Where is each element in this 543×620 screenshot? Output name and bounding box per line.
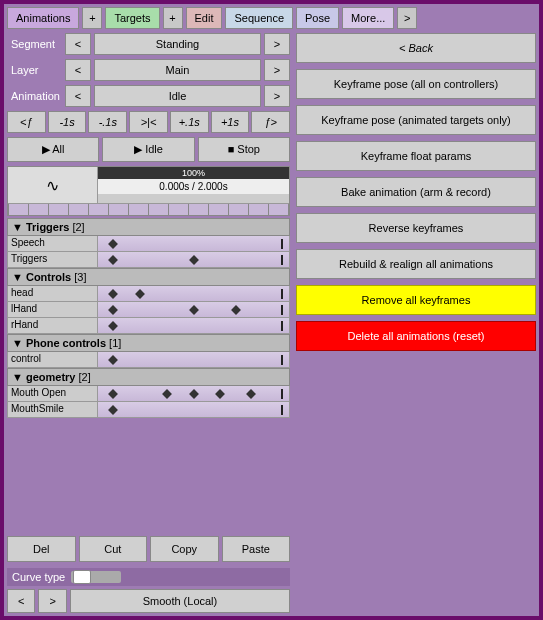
keyframe-icon[interactable] [246, 389, 256, 399]
track-end-icon [281, 321, 283, 331]
track-row[interactable]: Speech [7, 236, 290, 252]
track-row[interactable]: Triggers [7, 252, 290, 268]
tab-pose[interactable]: Pose [296, 7, 339, 29]
tab-edit[interactable]: Edit [186, 7, 223, 29]
section-header-controls[interactable]: ▼ Controls [3] [7, 268, 290, 286]
waveform-icon[interactable]: ∿ [8, 167, 98, 203]
keyframe-float-button[interactable]: Keyframe float params [296, 141, 536, 171]
track-row[interactable]: MouthSmile [7, 402, 290, 418]
track-lane[interactable] [98, 386, 289, 401]
keyframe-icon[interactable] [231, 305, 241, 315]
time-reset-button[interactable]: >|< [129, 111, 168, 133]
track-end-icon [281, 305, 283, 315]
track-row[interactable]: control [7, 352, 290, 368]
track-lane[interactable] [98, 318, 289, 333]
curve-next-button[interactable]: > [38, 589, 66, 613]
segment-next-button[interactable]: > [264, 33, 290, 55]
keyframe-icon[interactable] [135, 289, 145, 299]
track-lane[interactable] [98, 352, 289, 367]
timeline-ruler[interactable] [8, 203, 289, 215]
section-header-geometry[interactable]: ▼ geometry [2] [7, 368, 290, 386]
track-label: MouthSmile [8, 402, 98, 417]
copy-button[interactable]: Copy [150, 536, 219, 562]
tab-targets-plus[interactable]: + [163, 7, 183, 29]
keyframe-icon[interactable] [189, 255, 199, 265]
bake-animation-button[interactable]: Bake animation (arm & record) [296, 177, 536, 207]
tab-sequence[interactable]: Sequence [225, 7, 293, 29]
keyframe-icon[interactable] [108, 405, 118, 415]
tab-more[interactable]: More... [342, 7, 394, 29]
animation-next-button[interactable]: > [264, 85, 290, 107]
tab-animations-plus[interactable]: + [82, 7, 102, 29]
track-end-icon [281, 405, 283, 415]
layer-value-button[interactable]: Main [94, 59, 261, 81]
segment-prev-button[interactable]: < [65, 33, 91, 55]
track-row[interactable]: rHand [7, 318, 290, 334]
keyframe-icon[interactable] [189, 305, 199, 315]
curve-name-button[interactable]: Smooth (Local) [70, 589, 290, 613]
tab-animations[interactable]: Animations [7, 7, 79, 29]
tab-targets[interactable]: Targets [105, 7, 159, 29]
section-header-triggers[interactable]: ▼ Triggers [2] [7, 218, 290, 236]
keyframe-icon[interactable] [108, 355, 118, 365]
track-lane[interactable] [98, 236, 289, 251]
animation-label: Animation [7, 90, 62, 102]
top-tab-bar: Animations + Targets + Edit Sequence Pos… [5, 5, 538, 31]
track-label: rHand [8, 318, 98, 333]
frame-fwd-button[interactable]: ƒ> [251, 111, 290, 133]
stop-button[interactable]: ■ Stop [198, 137, 290, 162]
keyframe-icon[interactable] [108, 255, 118, 265]
curve-slider[interactable] [71, 571, 121, 583]
keyframe-icon[interactable] [108, 321, 118, 331]
animation-prev-button[interactable]: < [65, 85, 91, 107]
keyframe-all-button[interactable]: Keyframe pose (all on controllers) [296, 69, 536, 99]
track-row[interactable]: Mouth Open [7, 386, 290, 402]
play-idle-button[interactable]: ▶ Idle [102, 137, 194, 162]
reverse-keyframes-button[interactable]: Reverse keyframes [296, 213, 536, 243]
keyframe-icon[interactable] [108, 389, 118, 399]
track-end-icon [281, 289, 283, 299]
curve-prev-button[interactable]: < [7, 589, 35, 613]
keyframe-icon[interactable] [108, 239, 118, 249]
back-button[interactable]: < Back [296, 33, 536, 63]
track-end-icon [281, 255, 283, 265]
keyframe-icon[interactable] [215, 389, 225, 399]
layer-next-button[interactable]: > [264, 59, 290, 81]
segment-label: Segment [7, 38, 62, 50]
track-lane[interactable] [98, 286, 289, 301]
tab-next[interactable]: > [397, 7, 417, 29]
rebuild-button[interactable]: Rebuild & realign all animations [296, 249, 536, 279]
section-header-phone[interactable]: ▼ Phone controls [1] [7, 334, 290, 352]
layer-prev-button[interactable]: < [65, 59, 91, 81]
track-label: head [8, 286, 98, 301]
fwd-1s-button[interactable]: +1s [211, 111, 250, 133]
keyframe-icon[interactable] [162, 389, 172, 399]
play-all-button[interactable]: ▶ All [7, 137, 99, 162]
timeline-percent: 100% [98, 167, 289, 179]
timeline-time: 0.000s / 2.000s [98, 179, 289, 194]
track-label: Triggers [8, 252, 98, 267]
cut-button[interactable]: Cut [79, 536, 148, 562]
paste-button[interactable]: Paste [222, 536, 291, 562]
track-end-icon [281, 239, 283, 249]
keyframe-icon[interactable] [108, 289, 118, 299]
track-row[interactable]: lHand [7, 302, 290, 318]
track-row[interactable]: head [7, 286, 290, 302]
back-1s-button[interactable]: -1s [48, 111, 87, 133]
track-lane[interactable] [98, 302, 289, 317]
keyframe-animated-button[interactable]: Keyframe pose (animated targets only) [296, 105, 536, 135]
animation-value-button[interactable]: Idle [94, 85, 261, 107]
del-button[interactable]: Del [7, 536, 76, 562]
segment-value-button[interactable]: Standing [94, 33, 261, 55]
fwd-01s-button[interactable]: +.1s [170, 111, 209, 133]
remove-keyframes-button[interactable]: Remove all keyframes [296, 285, 536, 315]
track-lane[interactable] [98, 252, 289, 267]
track-lane[interactable] [98, 402, 289, 417]
back-01s-button[interactable]: -.1s [88, 111, 127, 133]
layer-label: Layer [7, 64, 62, 76]
delete-animations-button[interactable]: Delete all animations (reset) [296, 321, 536, 351]
keyframe-icon[interactable] [108, 305, 118, 315]
track-label: control [8, 352, 98, 367]
keyframe-icon[interactable] [189, 389, 199, 399]
frame-back-button[interactable]: <ƒ [7, 111, 46, 133]
